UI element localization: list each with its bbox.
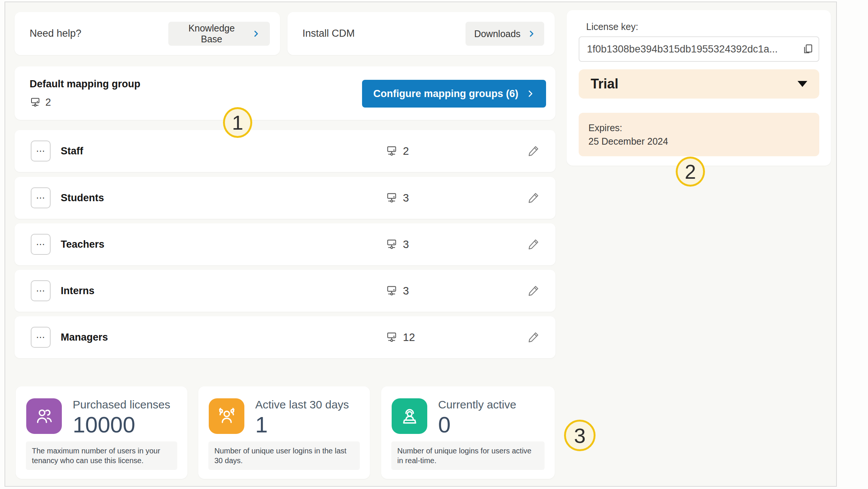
purchased-licenses-card: Purchased licenses 10000 The maximum num…: [16, 386, 187, 479]
license-panel: License key: Trial Expires:: [567, 10, 831, 166]
group-device-count: 12: [386, 316, 415, 358]
device-icon: [386, 284, 398, 298]
downloads-button-label: Downloads: [474, 28, 521, 39]
annotation-circle-3: 3: [564, 420, 596, 451]
configure-mapping-groups-label: Configure mapping groups (6): [373, 88, 518, 100]
need-help-card: Need help? Knowledge Base: [15, 12, 280, 55]
stat-title: Active last 30 days: [255, 398, 349, 411]
mapping-group-count-value: 2: [45, 97, 51, 108]
pencil-icon: [527, 284, 540, 298]
group-row-teachers: ⋯ Teachers 3: [15, 223, 555, 265]
stat-title: Purchased licenses: [73, 398, 170, 411]
expires-label: Expires:: [588, 121, 810, 135]
license-plan-dropdown[interactable]: Trial: [579, 69, 819, 99]
pencil-icon: [527, 191, 540, 205]
device-icon: [386, 191, 398, 205]
device-icon: [386, 330, 398, 344]
license-key-label: License key:: [586, 21, 638, 32]
knowledge-base-button-label: Knowledge Base: [178, 23, 245, 45]
license-key-field: [579, 36, 819, 62]
group-device-count: 2: [386, 130, 409, 172]
caret-down-icon: [798, 81, 807, 87]
edit-group-button[interactable]: [525, 329, 542, 345]
stat-title: Currently active: [438, 398, 516, 411]
device-icon: [386, 144, 398, 158]
group-device-count: 3: [386, 177, 409, 219]
more-options-button[interactable]: ⋯: [31, 327, 51, 348]
content-frame: Need help? Knowledge Base Install CDM Do…: [4, 1, 837, 487]
users-icon: [26, 398, 62, 434]
realtime-user-icon: [392, 398, 427, 434]
pencil-icon: [527, 330, 540, 344]
pencil-icon: [527, 238, 540, 251]
stat-description: Number of unique user logins in the last…: [208, 441, 360, 470]
group-name: Teachers: [61, 223, 105, 265]
group-count-value: 12: [403, 331, 415, 344]
group-count-value: 3: [403, 192, 409, 204]
active-users-icon: [209, 398, 244, 434]
edit-group-button[interactable]: [525, 283, 542, 299]
more-options-button[interactable]: ⋯: [31, 187, 51, 208]
active-last-30-days-card: Active last 30 days 1 Number of unique u…: [198, 386, 370, 479]
annotation-number: 1: [232, 111, 243, 134]
need-help-label: Need help?: [30, 12, 81, 55]
more-options-button[interactable]: ⋯: [31, 141, 51, 162]
annotation-circle-1: 1: [223, 107, 252, 138]
default-mapping-group-card: Default mapping group 2 Configure mappin…: [15, 66, 555, 120]
configure-mapping-groups-button[interactable]: Configure mapping groups (6): [362, 80, 546, 108]
group-device-count: 3: [386, 270, 409, 312]
group-name: Staff: [61, 130, 83, 172]
license-dashboard-page: Need help? Knowledge Base Install CDM Do…: [0, 0, 868, 489]
device-icon: [386, 238, 398, 251]
downloads-button[interactable]: Downloads: [465, 22, 544, 46]
mapping-group-title: Default mapping group: [30, 78, 140, 90]
group-row-managers: ⋯ Managers 12: [15, 316, 555, 358]
copy-button[interactable]: [798, 39, 819, 60]
stat-description: The maximum number of users in your tena…: [26, 441, 177, 470]
group-count-value: 3: [403, 238, 409, 251]
edit-group-button[interactable]: [525, 190, 542, 206]
copy-icon: [802, 43, 814, 55]
more-options-button[interactable]: ⋯: [31, 234, 51, 255]
license-plan-value: Trial: [591, 76, 618, 92]
currently-active-card: Currently active 0 Number of unique logi…: [381, 386, 555, 479]
chevron-right-icon: [252, 29, 260, 39]
chevron-right-icon: [527, 29, 536, 39]
expires-date: 25 December 2024: [588, 135, 810, 148]
group-name: Interns: [61, 270, 94, 312]
install-cdm-card: Install CDM Downloads: [287, 12, 555, 55]
annotation-circle-2: 2: [676, 157, 705, 187]
license-key-input[interactable]: [579, 43, 798, 55]
stat-value: 0: [438, 412, 450, 438]
group-name: Students: [61, 177, 104, 219]
edit-group-button[interactable]: [525, 143, 542, 159]
group-row-staff: ⋯ Staff 2: [15, 130, 555, 172]
device-icon: [30, 96, 41, 108]
group-row-interns: ⋯ Interns 3: [15, 270, 555, 312]
annotation-number: 3: [574, 423, 585, 448]
stat-description: Number of unique logins for users active…: [391, 441, 545, 470]
chevron-right-icon: [526, 88, 535, 99]
group-count-value: 2: [403, 145, 409, 157]
more-options-button[interactable]: ⋯: [31, 280, 51, 301]
group-row-students: ⋯ Students 3: [15, 177, 555, 219]
annotation-number: 2: [685, 160, 696, 183]
install-cdm-label: Install CDM: [302, 12, 355, 55]
group-count-value: 3: [403, 285, 409, 297]
group-device-count: 3: [386, 223, 409, 265]
license-expiry-box: Expires: 25 December 2024: [579, 113, 819, 156]
mapping-group-count: 2: [30, 96, 51, 108]
pencil-icon: [527, 144, 540, 158]
group-name: Managers: [61, 316, 108, 358]
stat-value: 10000: [73, 412, 135, 438]
knowledge-base-button[interactable]: Knowledge Base: [168, 22, 270, 46]
edit-group-button[interactable]: [525, 236, 542, 253]
stat-value: 1: [255, 412, 268, 438]
